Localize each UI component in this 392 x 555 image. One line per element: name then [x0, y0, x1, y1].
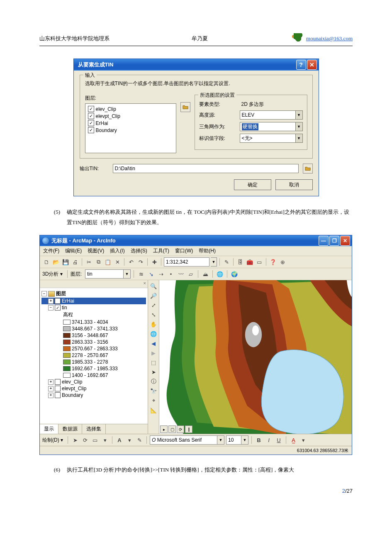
scene-icon[interactable]: 🌐 [216, 270, 224, 278]
close-button[interactable]: ✕ [340, 236, 350, 246]
italic-button[interactable]: I [265, 436, 273, 444]
expander-icon[interactable]: + [48, 379, 54, 385]
next-extent-icon[interactable]: ▶ [149, 349, 158, 357]
font-size-combo[interactable]: 10 ▼ [226, 435, 248, 445]
layer-item[interactable]: ✓ elev_Clip [88, 105, 173, 112]
new-icon[interactable]: 🗋 [42, 258, 51, 266]
checkbox-icon[interactable]: ✓ [88, 127, 94, 133]
underline-button[interactable]: U [275, 436, 283, 444]
zoom-in-icon[interactable]: 🔍 [149, 282, 158, 290]
browse-layer-button[interactable] [180, 102, 190, 112]
toc-layer-tin[interactable]: tin [62, 305, 67, 311]
copy-icon[interactable]: ⧉ [94, 258, 102, 266]
checkbox-icon[interactable]: ✓ [88, 120, 94, 126]
point-icon[interactable]: • [167, 270, 175, 278]
expander-icon[interactable]: + [48, 393, 54, 398]
toc-tab-source[interactable]: 数据源 [58, 424, 82, 434]
close-button[interactable]: ✕ [307, 60, 317, 70]
delete-icon[interactable]: ✕ [113, 258, 122, 266]
add-layer-icon[interactable]: ⊕ [278, 258, 287, 266]
scale-input[interactable]: 1:312,342 [164, 257, 209, 266]
goto-xy-icon[interactable]: ⌖ [149, 396, 158, 405]
toolbox-icon[interactable]: 🧰 [246, 258, 254, 266]
menu-insert[interactable]: 插入(I) [110, 247, 124, 254]
save-icon[interactable]: 💾 [61, 258, 70, 266]
checkbox-icon[interactable]: ✓ [55, 305, 61, 311]
menu-tools[interactable]: 工具(T) [153, 247, 169, 254]
height-source-combo[interactable]: ELEV ▼ [240, 110, 303, 120]
toc-root[interactable]: 图层 [56, 290, 66, 297]
full-extent-icon[interactable]: 🌐 [149, 330, 158, 338]
layout-view-tab[interactable]: ▢ [168, 425, 176, 433]
browse-output-button[interactable] [303, 164, 313, 174]
select-features-icon[interactable]: ⬚ [149, 358, 158, 367]
print-icon[interactable]: 🖨 [71, 258, 79, 266]
select-elements-icon[interactable]: ➤ [71, 436, 79, 444]
layer-listbox[interactable]: ✓ elev_Clip ✓ elevpt_Clip ✓ ErHai [85, 103, 176, 153]
add-data-icon[interactable]: ✚ [150, 258, 158, 266]
maximize-button[interactable]: ❐ [329, 236, 339, 246]
text-menu-icon[interactable]: ▾ [125, 436, 134, 444]
toc-close-button[interactable]: × [40, 280, 148, 288]
cmdline-icon[interactable]: ▭ [255, 258, 263, 266]
draw-label[interactable]: 绘制(D) ▾ [42, 437, 63, 444]
app-titlebar[interactable]: 无标题 - ArcMap - ArcInfo — ❐ ✕ [40, 235, 352, 246]
expander-icon[interactable]: − [48, 305, 54, 311]
header-email-link[interactable]: mounaixia@163.com [306, 35, 353, 42]
fill-color-button[interactable]: ▾ [299, 436, 307, 444]
font-color-button[interactable]: A̲ [289, 436, 297, 444]
zoom-out-icon[interactable]: 🔎 [149, 291, 158, 300]
layer-item[interactable]: ✓ ErHai [88, 120, 173, 127]
checkbox-icon[interactable]: ✓ [55, 298, 61, 304]
expander-icon[interactable]: + [48, 298, 54, 304]
menu-select[interactable]: 选择(S) [131, 247, 147, 254]
menu-file[interactable]: 文件(F) [43, 247, 59, 254]
toc-tab-selection[interactable]: 选择集 [82, 424, 106, 434]
map-view[interactable]: ▸ ▢ ⟳ ‖ [159, 280, 352, 434]
steepest-icon[interactable]: ↘ [147, 270, 155, 278]
expander-icon[interactable]: + [48, 386, 54, 391]
redo-icon[interactable]: ↷ [136, 258, 145, 266]
layer-item[interactable]: ✓ Boundary [88, 127, 173, 134]
font-name-combo[interactable]: O Microsoft Sans Serif ▼ [150, 435, 224, 445]
paste-icon[interactable]: 📋 [104, 258, 112, 266]
los-icon[interactable]: ⇢ [157, 270, 165, 278]
open-icon[interactable]: 📂 [52, 258, 60, 266]
checkbox-icon[interactable]: ✓ [88, 106, 94, 112]
menu-edit[interactable]: 编辑(E) [65, 247, 82, 254]
expander-icon[interactable]: − [41, 291, 47, 296]
menu-view[interactable]: 视图(V) [88, 247, 104, 254]
checkbox-icon[interactable] [55, 379, 61, 385]
undo-icon[interactable]: ↶ [127, 258, 135, 266]
identify-icon[interactable]: ⓘ [149, 377, 158, 386]
fixed-zoom-out-icon[interactable]: ⤡ [149, 311, 158, 319]
analysis-label[interactable]: 3D分析 ▾ [42, 271, 63, 278]
cut-icon[interactable]: ✂ [85, 258, 93, 266]
measure-icon[interactable]: 📐 [149, 406, 158, 414]
globe-icon[interactable]: 🌍 [230, 270, 239, 278]
chevron-down-icon[interactable]: ▼ [211, 257, 217, 266]
refresh-icon[interactable]: ⟳ [177, 425, 184, 433]
fixed-zoom-in-icon[interactable]: ⤢ [149, 301, 158, 309]
dialog-titlebar[interactable]: 从要素生成TIN ? ✕ [74, 59, 319, 71]
rectangle-icon[interactable]: ▭ [91, 436, 99, 444]
checkbox-icon[interactable]: ✓ [88, 113, 94, 119]
toc-layer-row[interactable]: +elevpt_Clip [41, 385, 146, 392]
toc-tab-display[interactable]: 显示 [40, 424, 58, 434]
minimize-button[interactable]: — [319, 236, 329, 246]
output-tin-input[interactable]: D:\Dal\tin [113, 164, 299, 173]
interpolate-poly-icon[interactable]: ▱ [187, 270, 195, 278]
layer-combo[interactable]: tin ▼ [85, 269, 131, 279]
checkbox-icon[interactable] [55, 392, 61, 398]
menu-window[interactable]: 窗口(W) [175, 247, 193, 254]
pointer-icon[interactable]: ➤ [149, 368, 158, 376]
edit-vertices-icon[interactable]: ✎ [135, 436, 144, 444]
bold-button[interactable]: B [255, 436, 263, 444]
pan-icon[interactable]: ✋ [149, 320, 158, 328]
toc-layer-row[interactable]: +elev_Clip [41, 379, 146, 385]
tag-field-combo[interactable]: <无> ▼ [240, 134, 303, 143]
toc-layer-erhai[interactable]: ErHai [62, 298, 74, 304]
catalog-icon[interactable]: 🗄 [236, 258, 244, 266]
checkbox-icon[interactable] [55, 386, 61, 391]
contour-icon[interactable]: ≋ [137, 270, 145, 278]
